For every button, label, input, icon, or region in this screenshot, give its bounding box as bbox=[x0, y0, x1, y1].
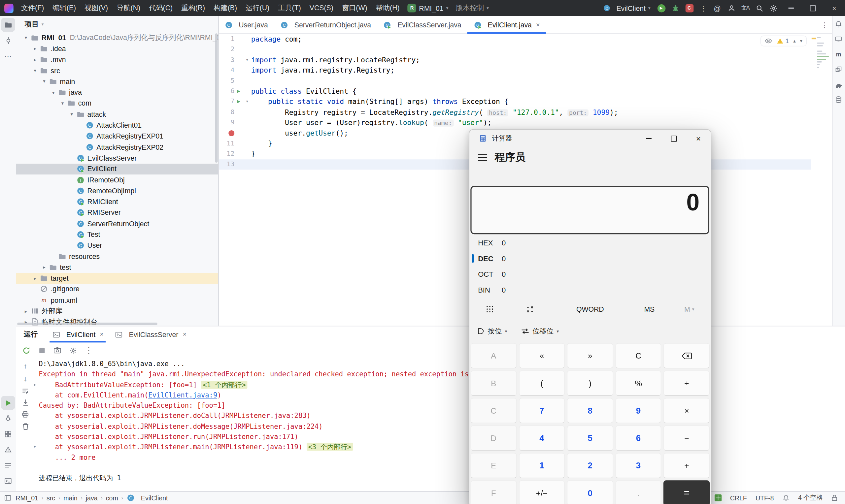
print-icon[interactable] bbox=[21, 411, 29, 418]
tree-item-pom-xml[interactable]: mpom.xml bbox=[16, 294, 218, 305]
radix-row-oct[interactable]: OCT0 bbox=[469, 267, 711, 282]
console-settings-gear-icon[interactable] bbox=[68, 346, 77, 355]
notifications-bell-icon[interactable] bbox=[832, 17, 844, 31]
tree-item-rmiserver[interactable]: CRMIServer bbox=[16, 207, 218, 218]
tree-item-resources[interactable]: resources bbox=[16, 251, 218, 262]
breadcrumb-item-src[interactable]: src bbox=[47, 494, 55, 502]
user-account-icon[interactable] bbox=[724, 0, 738, 16]
calc-key-percent[interactable]: % bbox=[615, 371, 662, 396]
commit-tool-window-button[interactable] bbox=[1, 33, 15, 47]
memory-store-button[interactable]: MS bbox=[637, 300, 661, 318]
tree-chevron-icon[interactable]: ▸ bbox=[31, 57, 39, 62]
tree-item-src[interactable]: ▾src bbox=[16, 65, 218, 76]
calc-key-equals[interactable]: = bbox=[664, 480, 710, 504]
thread-dump-camera-icon[interactable] bbox=[53, 346, 62, 355]
calc-key-negate[interactable]: +/− bbox=[519, 480, 565, 504]
window-maximize-button[interactable] bbox=[802, 0, 823, 16]
calc-key-2[interactable]: 2 bbox=[567, 453, 613, 478]
project-panel-header[interactable]: 项目 ▾ bbox=[16, 16, 218, 32]
calculator-title-bar[interactable]: 计算器 × bbox=[469, 130, 711, 147]
bitwise-menu-button[interactable]: 按位▾ bbox=[477, 326, 507, 336]
tree-chevron-icon[interactable]: ▸ bbox=[21, 308, 30, 314]
run-line-icon[interactable]: ▶ bbox=[234, 86, 243, 97]
breadcrumb-item-com[interactable]: com bbox=[106, 494, 118, 502]
calc-key-b[interactable]: B bbox=[470, 371, 516, 396]
more-tool-windows-button[interactable]: ⋯ bbox=[1, 49, 15, 63]
tree-item-item[interactable]: ▸外部库 bbox=[16, 305, 218, 316]
calc-key-1[interactable]: 1 bbox=[519, 453, 565, 478]
menu-item-u[interactable]: 运行(U) bbox=[241, 0, 274, 16]
tree-item-test[interactable]: CTest bbox=[16, 229, 218, 240]
calc-key-open-paren[interactable]: ( bbox=[519, 371, 565, 396]
debug-tool-window-button[interactable] bbox=[1, 411, 15, 425]
calc-key-e[interactable]: E bbox=[470, 453, 516, 478]
fold-chevron-icon[interactable]: ▾ bbox=[243, 97, 251, 107]
translate-plugin-icon[interactable]: 文A bbox=[738, 0, 752, 16]
terminal-tool-window-button[interactable] bbox=[1, 474, 15, 488]
tree-item-remoteobjimpl[interactable]: CRemoteObjImpl bbox=[16, 185, 218, 196]
editor-tab-evilclient-java[interactable]: CEvilClient.java× bbox=[468, 16, 546, 33]
prev-trace-arrow-icon[interactable]: ↑ bbox=[23, 362, 27, 370]
tree-item-serverreturnobject[interactable]: CServerReturnObject bbox=[16, 218, 218, 229]
radix-row-dec[interactable]: DEC0 bbox=[469, 251, 711, 267]
tool-window-widget-icon[interactable] bbox=[4, 494, 11, 501]
todo-tool-window-button[interactable] bbox=[1, 458, 15, 472]
tree-item-gitignore[interactable]: .gitignore bbox=[16, 284, 218, 294]
tree-item-attackregistryexp01[interactable]: CAttackRegistryEXP01 bbox=[16, 131, 218, 142]
window-close-button[interactable]: × bbox=[824, 0, 845, 16]
breadcrumb-item-main[interactable]: main bbox=[64, 494, 77, 502]
close-tab-icon[interactable]: × bbox=[536, 21, 540, 29]
tree-item-target[interactable]: ▸target bbox=[16, 273, 218, 284]
menu-item-vcs-s[interactable]: VCS(S) bbox=[305, 0, 338, 16]
calc-maximize-button[interactable] bbox=[661, 130, 686, 147]
status-widget-icon[interactable] bbox=[714, 494, 721, 501]
search-icon[interactable] bbox=[752, 0, 766, 16]
run-line-icon[interactable]: ▶ bbox=[234, 97, 243, 107]
tree-item-idea[interactable]: ▸.idea bbox=[16, 43, 218, 54]
services-tool-window-button[interactable] bbox=[1, 427, 15, 441]
tree-item-user[interactable]: CUser bbox=[16, 240, 218, 251]
scroll-to-end-icon[interactable] bbox=[22, 399, 29, 406]
breadcrumb-item-rmi-01[interactable]: RMI_01 bbox=[16, 494, 38, 502]
calc-key-f[interactable]: F bbox=[470, 480, 516, 504]
soft-wrap-icon[interactable] bbox=[21, 388, 29, 395]
calc-key-4[interactable]: 4 bbox=[519, 426, 565, 451]
tree-item-iremoteobj[interactable]: IIRemoteObj bbox=[16, 175, 218, 185]
run-tab-evilclient[interactable]: EvilClient× bbox=[46, 326, 109, 342]
bitshift-menu-button[interactable]: 位移位▾ bbox=[521, 326, 559, 336]
radix-row-bin[interactable]: BIN0 bbox=[469, 282, 711, 298]
editor-options-kebab-icon[interactable]: ⋮ bbox=[816, 16, 832, 33]
word-size-button[interactable]: QWORD bbox=[570, 300, 611, 318]
memory-menu-button[interactable]: M ▾ bbox=[677, 300, 701, 318]
tree-chevron-icon[interactable]: ▸ bbox=[40, 265, 49, 270]
calc-key-7[interactable]: 7 bbox=[519, 398, 565, 424]
rerun-button[interactable] bbox=[21, 346, 31, 355]
tree-chevron-icon[interactable]: ▾ bbox=[49, 90, 58, 95]
next-trace-arrow-icon[interactable]: ↓ bbox=[23, 375, 27, 383]
run-tool-window-button[interactable] bbox=[1, 396, 15, 410]
encoding-indicator[interactable]: UTF-8 bbox=[756, 494, 774, 502]
tree-item-java[interactable]: ▾java bbox=[16, 87, 218, 98]
close-tab-icon[interactable]: × bbox=[182, 330, 186, 338]
tree-item-rmi-01[interactable]: ▾RMI_01D:\JavaCode\Java序列化与反序列化\RMI\RMI_… bbox=[16, 32, 218, 43]
code-minimap[interactable] bbox=[817, 36, 829, 72]
breadcrumb-item-evilclient[interactable]: EvilClient bbox=[141, 494, 168, 502]
run-button[interactable]: ▶ bbox=[654, 0, 668, 16]
stop-button[interactable] bbox=[37, 346, 47, 355]
calc-close-button[interactable]: × bbox=[686, 130, 711, 147]
calc-minimize-button[interactable] bbox=[636, 130, 661, 147]
readonly-lock-icon[interactable] bbox=[831, 494, 838, 501]
tree-item-rmiclient[interactable]: CRMIClient bbox=[16, 196, 218, 207]
menu-item-w[interactable]: 窗口(W) bbox=[338, 0, 372, 16]
clear-console-trash-icon[interactable] bbox=[22, 423, 29, 430]
window-minimize-button[interactable] bbox=[780, 0, 802, 16]
console-output[interactable]: D:\Java\jdk1.8.0_65\bin\java.exe ...Exce… bbox=[31, 359, 845, 492]
calc-key-add[interactable]: + bbox=[664, 453, 710, 478]
dependencies-icon[interactable] bbox=[832, 62, 844, 76]
calc-key-backspace[interactable] bbox=[664, 343, 710, 368]
project-tree-horizontal-scrollbar[interactable] bbox=[17, 323, 157, 325]
console-kebab-icon[interactable]: ⋮ bbox=[84, 346, 93, 355]
device-manager-icon[interactable] bbox=[832, 32, 844, 46]
run-config-selector[interactable]: C EvilClient ▾ bbox=[599, 0, 654, 16]
more-actions-button[interactable]: ⋮ bbox=[696, 0, 710, 16]
